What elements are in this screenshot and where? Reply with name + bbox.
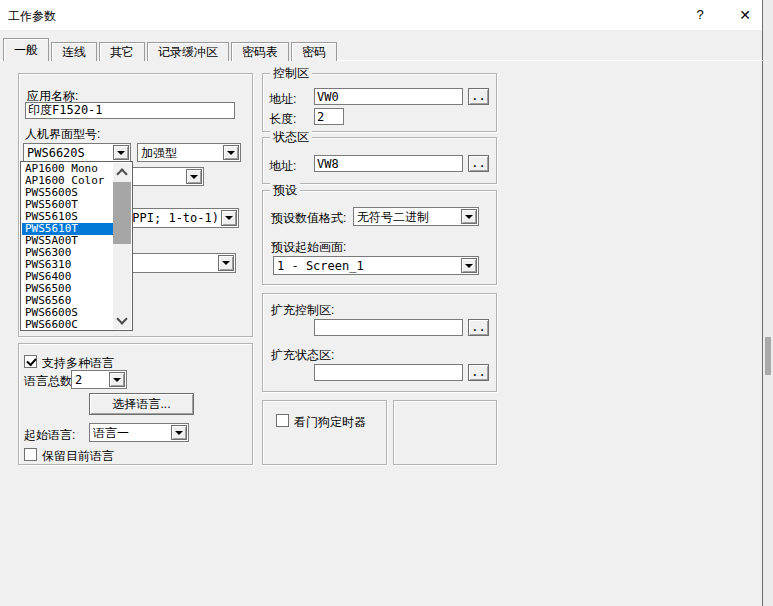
keep-language-label: 保留目前语言: [42, 448, 114, 465]
background-scrollbar-fragment: [765, 337, 771, 375]
scrollbar-thumb[interactable]: [113, 182, 131, 244]
preset-screen-combo[interactable]: 1 - Screen_1: [273, 256, 479, 275]
select-language-button[interactable]: 选择语言...: [89, 393, 194, 415]
language-count-value: 2: [75, 372, 108, 388]
watchdog-checkbox[interactable]: [276, 414, 289, 427]
model-list: AP1600 MonoAP1600 ColorPWS5600SPWS5600TP…: [22, 163, 113, 329]
start-language-label: 起始语言:: [24, 427, 75, 444]
control-address-browse-button[interactable]: ..: [468, 88, 489, 105]
app-name-input[interactable]: [25, 102, 235, 119]
preset-group: 预设 预设数值格式: 无符号二进制 预设起始画面: 1 - Screen_1: [262, 190, 497, 285]
window-title: 工作参数: [8, 8, 56, 25]
chevron-down-icon[interactable]: [218, 255, 234, 271]
control-address-label: 地址:: [269, 91, 296, 108]
start-language-combo[interactable]: 语言一: [89, 423, 189, 442]
tab-密码表[interactable]: 密码表: [231, 42, 289, 61]
language-group: 支持多种语言 语言总数: 2 选择语言... 起始语言: 语言一 保留目前语言: [18, 343, 253, 465]
extended-status-browse-button[interactable]: ..: [468, 364, 489, 381]
control-address-input[interactable]: [314, 88, 463, 105]
extended-control-browse-button[interactable]: ..: [468, 319, 489, 336]
chevron-down-icon[interactable]: [221, 210, 237, 226]
help-icon[interactable]: ?: [683, 0, 717, 30]
close-icon[interactable]: ✕: [728, 0, 762, 30]
start-language-value: 语言一: [93, 425, 170, 441]
hmi-model-label: 人机界面型号:: [25, 126, 100, 143]
working-parameters-dialog: 工作参数 ? ✕ 一般连线其它记录缓冲区密码表密码 应用名称: 人机界面型号: …: [0, 0, 773, 606]
preset-format-label: 预设数值格式:: [271, 210, 346, 227]
background-window-edge: [762, 0, 773, 606]
preset-screen-label: 预设起始画面:: [271, 239, 346, 256]
tab-一般[interactable]: 一般: [3, 38, 49, 61]
extended-status-input[interactable]: [314, 364, 463, 381]
control-area-group: 控制区 地址: .. 长度:: [262, 73, 497, 132]
control-length-input[interactable]: [314, 108, 344, 125]
watchdog-group: 看门狗定时器: [262, 400, 387, 465]
preset-screen-value: 1 - Screen_1: [277, 258, 460, 274]
scroll-up-icon[interactable]: [113, 163, 131, 180]
tab-bar: 一般连线其它记录缓冲区密码表密码: [3, 38, 339, 61]
multi-language-checkbox[interactable]: [24, 355, 37, 368]
chevron-down-icon[interactable]: [113, 145, 129, 160]
hmi-model-combo[interactable]: PWS6620S: [23, 143, 131, 162]
model-dropdown-list: AP1600 MonoAP1600 ColorPWS5600SPWS5600TP…: [20, 161, 133, 331]
extended-areas-group: 扩充控制区: .. 扩充状态区: ..: [262, 293, 497, 392]
tab-其它[interactable]: 其它: [99, 42, 145, 61]
status-area-title: 状态区: [270, 130, 312, 144]
status-area-group: 状态区 地址: ..: [262, 137, 497, 184]
model-list-scrollbar[interactable]: [113, 163, 131, 329]
preset-format-combo[interactable]: 无符号二进制: [353, 207, 479, 226]
hmi-type-combo[interactable]: 加强型: [137, 143, 241, 162]
language-count-label: 语言总数:: [24, 373, 75, 390]
status-address-label: 地址:: [269, 158, 296, 175]
model-list-item[interactable]: PWS6600C: [22, 319, 113, 329]
tab-记录缓冲区[interactable]: 记录缓冲区: [147, 42, 229, 61]
watchdog-label: 看门狗定时器: [294, 414, 366, 431]
control-length-label: 长度:: [269, 111, 296, 128]
chevron-down-icon[interactable]: [171, 425, 187, 440]
preset-title: 预设: [270, 183, 300, 197]
extended-control-input[interactable]: [314, 319, 463, 336]
chevron-down-icon[interactable]: [461, 258, 477, 273]
chevron-down-icon[interactable]: [223, 145, 239, 160]
chevron-down-icon[interactable]: [186, 169, 202, 184]
keep-language-checkbox[interactable]: [24, 448, 37, 461]
extended-control-label: 扩充控制区:: [271, 302, 334, 319]
status-address-browse-button[interactable]: ..: [468, 155, 489, 172]
hmi-model-combo-value: PWS6620S: [27, 145, 112, 161]
empty-box: [393, 400, 497, 465]
hmi-type-combo-value: 加强型: [141, 145, 222, 161]
chevron-down-icon[interactable]: [461, 209, 477, 224]
control-area-title: 控制区: [270, 66, 312, 80]
extended-status-label: 扩充状态区:: [271, 347, 334, 364]
language-count-combo[interactable]: 2: [71, 370, 127, 389]
scroll-down-icon[interactable]: [113, 312, 131, 329]
status-address-input[interactable]: [314, 155, 463, 172]
preset-format-value: 无符号二进制: [357, 209, 460, 225]
chevron-down-icon[interactable]: [109, 372, 125, 387]
title-bar: 工作参数 ? ✕: [0, 0, 763, 30]
tab-密码[interactable]: 密码: [291, 42, 337, 61]
tab-连线[interactable]: 连线: [51, 42, 97, 61]
